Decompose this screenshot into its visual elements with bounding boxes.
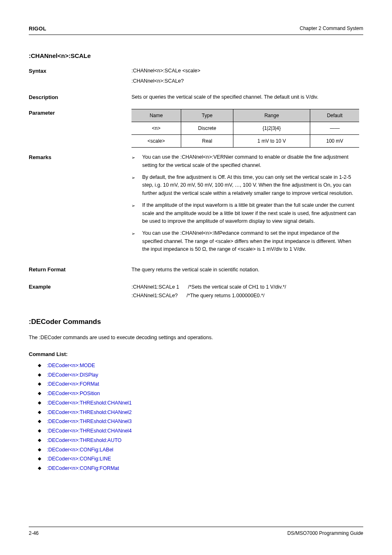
- parameter-table: Name Type Range Default <n> Discrete {1|…: [131, 109, 359, 148]
- page-header: RIGOL Chapter 2 Command System: [29, 25, 363, 35]
- command-link[interactable]: :DECoder<n>:CONFig:FORMat: [47, 465, 119, 472]
- example-body: :CHANnel1:SCALe 1 /*Sets the vertical sc…: [131, 283, 359, 301]
- syntax-query: :CHANnel<n>:SCALe?: [131, 77, 359, 85]
- remark-text: If the amplitude of the input waveform i…: [142, 201, 359, 225]
- list-item: ◆:DECoder<n>:THREshold:CHANnel4: [29, 427, 359, 435]
- table-cell: <scale>: [131, 135, 181, 148]
- diamond-icon: ◆: [38, 380, 47, 388]
- command-title: :CHANnel<n>:SCALe: [29, 51, 359, 61]
- list-item: ◆:DECoder<n>:DISPlay: [29, 371, 359, 379]
- remark-item: ➢ You can use the :CHANnel<n>:VERNier co…: [131, 153, 359, 169]
- remark-item: ➢ You can use the :CHANnel<n>:IMPedance …: [131, 229, 359, 253]
- table-header: Range: [233, 109, 310, 122]
- table-cell: Discrete: [181, 122, 233, 135]
- diamond-icon: ◆: [38, 455, 47, 463]
- example-line: :CHANnel1:SCALe? /*The query returns 1.0…: [131, 291, 359, 300]
- table-cell: <n>: [131, 122, 181, 135]
- list-item: ◆:DECoder<n>:THREshold:AUTO: [29, 437, 359, 444]
- example-label: Example: [29, 283, 78, 291]
- diamond-icon: ◆: [38, 427, 47, 435]
- list-item: ◆:DECoder<n>:THREshold:CHANnel1: [29, 399, 359, 407]
- command-link[interactable]: :DECoder<n>:MODE: [47, 362, 95, 370]
- syntax-set: :CHANnel<n>:SCALe <scale>: [131, 67, 359, 75]
- command-block-scale: :CHANnel<n>:SCALe Syntax :CHANnel<n>:SCA…: [82, 51, 359, 301]
- diamond-icon: ◆: [38, 409, 47, 416]
- description-label: Description: [29, 93, 78, 102]
- example-cmd: :CHANnel1:SCALe 1: [131, 284, 179, 290]
- command-link[interactable]: :DECoder<n>:FORMat: [47, 380, 99, 388]
- command-link[interactable]: :DECoder<n>:THREshold:CHANnel1: [47, 399, 131, 407]
- remarks-list: ➢ You can use the :CHANnel<n>:VERNier co…: [131, 153, 359, 257]
- bullet-icon: ➢: [131, 229, 142, 253]
- diamond-icon: ◆: [38, 446, 47, 454]
- command-link[interactable]: :DECoder<n>:POSition: [47, 390, 100, 398]
- table-row: <n> Discrete {1|2|3|4} ——: [131, 122, 359, 135]
- list-item: ◆:DECoder<n>:CONFig:LABel: [29, 446, 359, 454]
- brand-label: RIGOL: [29, 25, 46, 33]
- list-item: ◆:DECoder<n>:CONFig:FORMat: [29, 465, 359, 472]
- diamond-icon: ◆: [38, 418, 47, 426]
- diamond-icon: ◆: [38, 437, 47, 444]
- table-cell: 100 mV: [310, 135, 359, 148]
- decoder-intro: The :DECoder commands are used to execut…: [29, 334, 359, 342]
- command-link[interactable]: :DECoder<n>:CONFig:LINE: [47, 455, 111, 463]
- table-cell: 1 mV to 10 V: [233, 135, 310, 148]
- command-list-label: Command List:: [29, 350, 359, 358]
- return-format-text: The query returns the vertical scale in …: [131, 266, 359, 274]
- remark-text: You can use the :CHANnel<n>:IMPedance co…: [142, 229, 359, 253]
- doc-title: DS/MSO7000 Programming Guide: [287, 530, 363, 537]
- remark-text: You can use the :CHANnel<n>:VERNier comm…: [142, 153, 359, 169]
- command-link[interactable]: :DECoder<n>:THREshold:CHANnel3: [47, 418, 131, 426]
- diamond-icon: ◆: [38, 465, 47, 472]
- page-container: RIGOL Chapter 2 Command System :CHANnel<…: [0, 0, 392, 555]
- diamond-icon: ◆: [38, 371, 47, 379]
- list-item: ◆:DECoder<n>:FORMat: [29, 380, 359, 388]
- remarks-label: Remarks: [29, 153, 78, 162]
- command-list: Command List: ◆:DECoder<n>:MODE ◆:DECode…: [29, 350, 359, 472]
- list-item: ◆:DECoder<n>:THREshold:CHANnel2: [29, 409, 359, 416]
- command-link[interactable]: :DECoder<n>:CONFig:LABel: [47, 446, 113, 454]
- chapter-label: Chapter 2 Command System: [300, 25, 363, 33]
- table-header: Type: [181, 109, 233, 122]
- diamond-icon: ◆: [38, 362, 47, 370]
- table-cell: ——: [310, 122, 359, 135]
- table-cell: {1|2|3|4}: [233, 122, 310, 135]
- list-item: ◆:DECoder<n>:CONFig:LINE: [29, 455, 359, 463]
- bullet-icon: ➢: [131, 201, 142, 225]
- diamond-icon: ◆: [38, 390, 47, 398]
- content-area: :CHANnel<n>:SCALe Syntax :CHANnel<n>:SCA…: [29, 51, 363, 472]
- table-header: Name: [131, 109, 181, 122]
- command-link[interactable]: :DECoder<n>:THREshold:CHANnel4: [47, 427, 131, 435]
- return-format-label: Return Format: [29, 266, 78, 274]
- table-row: <scale> Real 1 mV to 10 V 100 mV: [131, 135, 359, 148]
- remark-item: ➢ If the amplitude of the input waveform…: [131, 201, 359, 225]
- bullet-icon: ➢: [131, 173, 142, 197]
- description-text: Sets or queries the vertical scale of th…: [131, 93, 359, 101]
- syntax-label: Syntax: [29, 67, 78, 75]
- example-cmd: :CHANnel1:SCALe?: [131, 293, 178, 298]
- remark-item: ➢ By default, the fine adjustment is Off…: [131, 173, 359, 197]
- list-item: ◆:DECoder<n>:POSition: [29, 390, 359, 398]
- list-item: ◆:DECoder<n>:THREshold:CHANnel3: [29, 418, 359, 426]
- table-header: Default: [310, 109, 359, 122]
- example-comment: /*The query returns 1.000000E0.*/: [187, 291, 265, 300]
- example-comment: /*Sets the vertical scale of CH1 to 1 V/…: [188, 283, 286, 291]
- page-number: 2-46: [29, 530, 39, 537]
- command-link[interactable]: :DECoder<n>:THREshold:CHANnel2: [47, 409, 131, 416]
- diamond-icon: ◆: [38, 399, 47, 407]
- table-cell: Real: [181, 135, 233, 148]
- bullet-icon: ➢: [131, 153, 142, 169]
- page-footer: 2-46 DS/MSO7000 Programming Guide: [29, 527, 363, 537]
- command-link[interactable]: :DECoder<n>:DISPlay: [47, 371, 98, 379]
- parameter-label: Parameter: [29, 109, 78, 117]
- list-item: ◆:DECoder<n>:MODE: [29, 362, 359, 370]
- example-line: :CHANnel1:SCALe 1 /*Sets the vertical sc…: [131, 283, 359, 291]
- command-link[interactable]: :DECoder<n>:THREshold:AUTO: [47, 437, 122, 444]
- decoder-section-title: :DECoder Commands: [29, 317, 359, 327]
- remark-text: By default, the fine adjustment is Off. …: [142, 173, 359, 197]
